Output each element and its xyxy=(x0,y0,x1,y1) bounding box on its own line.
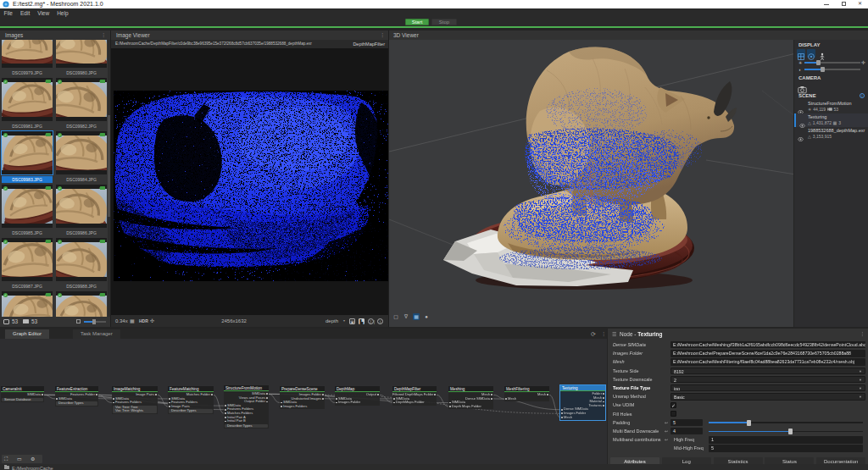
node-meshfiltering[interactable]: MeshFilteringMeshMesh xyxy=(504,386,549,401)
thumbnail-DSC09986.JPG[interactable]: ✓DSC09986.JPG xyxy=(56,185,107,236)
attribute-slider-handle[interactable] xyxy=(747,420,751,426)
start-button[interactable]: Start xyxy=(405,19,429,25)
textured-shading-icon[interactable]: ▦ xyxy=(413,313,420,320)
thumbnail-image[interactable]: ✓ xyxy=(56,78,107,121)
fit-graph-icon[interactable]: ⛶ xyxy=(4,455,8,463)
attribute-select[interactable]: jpg▼ xyxy=(670,384,865,391)
node-depthmap[interactable]: DepthMapOutputSfMDataImages Folder xyxy=(335,386,380,406)
menu-view[interactable]: View xyxy=(34,8,53,18)
sub-attribute-value[interactable]: 5 xyxy=(709,445,863,451)
thumbnail-DSC09988.JPG[interactable]: ✓DSC09988.JPG xyxy=(56,238,107,290)
image-viewer-menu-icon[interactable]: ⋮ xyxy=(380,30,385,40)
tab-statistics[interactable]: Statistics xyxy=(714,457,763,464)
thumbnail-image[interactable]: ✓ xyxy=(2,78,53,121)
depth-map-image[interactable] xyxy=(114,91,389,281)
crop-icon[interactable]: ▣ xyxy=(349,318,355,324)
node-featureextraction[interactable]: FeatureExtractionFeatures FolderSfMDataD… xyxy=(55,386,98,406)
thumbnail-DSC09982.JPG[interactable]: ✓DSC09982.JPG xyxy=(56,78,107,130)
info-icon[interactable]: i xyxy=(377,318,383,324)
attribute-checkbox[interactable]: ✓ xyxy=(670,402,676,408)
graph-refresh-icon[interactable]: ⟳ xyxy=(591,330,596,338)
close-button[interactable]: ✕ xyxy=(857,1,863,7)
pause-icon[interactable]: ❘❘ xyxy=(368,318,374,324)
attribute-checkbox[interactable] xyxy=(670,411,676,417)
attribute-file-value[interactable]: E:/MeshroomCache/Meshing/f38bb1a2f6165ab… xyxy=(670,341,865,348)
tab-status[interactable]: Status xyxy=(765,457,814,464)
divider[interactable] xyxy=(110,30,111,327)
grid-toggle-icon[interactable] xyxy=(797,49,805,58)
attribute-spinbox[interactable]: 5 xyxy=(670,419,703,426)
thumbnail-image[interactable]: ✓ xyxy=(2,131,53,174)
minimap-icon[interactable]: ▭ xyxy=(17,455,22,463)
thumbnail-image[interactable]: ✓ xyxy=(56,131,107,174)
images-panel-menu-icon[interactable]: ⋮ xyxy=(101,30,106,40)
sphere-icon[interactable]: ● xyxy=(423,313,430,320)
attribute-select[interactable]: 8192▼ xyxy=(670,368,865,374)
tab-task-manager[interactable]: Task Manager xyxy=(73,329,120,339)
tab-log[interactable]: Log xyxy=(662,457,711,464)
stop-button[interactable]: Stop xyxy=(431,19,457,25)
node-camerainit[interactable]: CameraInitSfMDataSensor Database xyxy=(1,386,44,402)
tab-attributes[interactable]: Attributes xyxy=(610,457,659,464)
node-structurefrommotion[interactable]: StructureFromMotionSfMDataViews and Pose… xyxy=(224,385,269,429)
camera-scale-slider-handle[interactable] xyxy=(821,67,825,72)
attribute-file-value[interactable]: E:/MeshroomCache/MeshFiltering/f9aef8c04… xyxy=(670,358,865,365)
thumbnail-image[interactable]: ✓ xyxy=(56,185,107,228)
node-graph[interactable]: CameraInitSfMDataSensor DatabaseFeatureE… xyxy=(0,339,607,464)
attribute-select[interactable]: Basic▼ xyxy=(670,393,865,400)
thumbnail-image[interactable]: ✓ xyxy=(2,185,53,228)
reset-attribute-icon[interactable]: ↩ xyxy=(665,418,668,427)
tab-graph-editor[interactable]: Graph Editor xyxy=(5,329,49,339)
solid-shading-icon[interactable]: ∇ xyxy=(403,313,409,320)
attribute-spinbox[interactable]: 4 xyxy=(670,428,703,434)
visibility-eye-icon[interactable] xyxy=(798,130,804,145)
expand-icon[interactable]: ✛ xyxy=(861,59,865,65)
attribute-file-value[interactable]: E:/MeshroomCache/PrepareDenseScene/6cef1… xyxy=(670,350,865,357)
thumbnail-DSC09989.JPG[interactable]: ✓DSC09989.JPG xyxy=(2,291,53,317)
node-imagematching[interactable]: ImageMatchingImage PairsSfMDataFeatures … xyxy=(112,386,158,414)
camera-button[interactable] xyxy=(798,82,807,91)
menu-file[interactable]: File xyxy=(0,8,16,18)
thumbnail-DSC09987.JPG[interactable]: ✓DSC09987.JPG xyxy=(2,238,53,290)
tab-documentation[interactable]: Documentation xyxy=(816,457,865,464)
burger-icon[interactable]: ☰ xyxy=(612,331,616,337)
gizmo-toggle-icon[interactable] xyxy=(807,49,815,58)
node-preparedensescene[interactable]: PrepareDenseSceneImages FolderUndistorte… xyxy=(280,386,325,409)
maximize-button[interactable] xyxy=(842,2,846,6)
thumbnail-DSC09985.JPG[interactable]: ✓DSC09985.JPG xyxy=(2,185,53,236)
sub-attribute-value[interactable]: 1 xyxy=(709,436,863,443)
thumbnail-DSC09979.JPG[interactable]: ✓DSC09979.JPG xyxy=(2,40,53,76)
thumbnail-image[interactable]: ✓ xyxy=(2,291,53,317)
reset-attribute-icon[interactable]: ↩ xyxy=(665,435,668,444)
graph-menu-icon[interactable]: ⋮ xyxy=(601,330,606,338)
thumbnail-size-slider[interactable] xyxy=(84,321,106,323)
node-meshing[interactable]: MeshingMeshDense SfMDataSfMDataDepth Map… xyxy=(448,386,493,409)
thumbnail-image[interactable]: ✓ xyxy=(56,238,107,281)
thumbnail-DSC09984.JPG[interactable]: ✓DSC09984.JPG xyxy=(56,131,107,183)
attribute-select[interactable]: 2▼ xyxy=(670,376,865,383)
thumbnail-DSC09983.JPG[interactable]: ✓DSC09983.JPG xyxy=(2,131,53,183)
node-panel-menu-icon[interactable]: ⋮ xyxy=(860,330,865,336)
attribute-slider-handle[interactable] xyxy=(788,429,793,434)
thumbnail-DSC09980.JPG[interactable]: ✓DSC09980.JPG xyxy=(56,40,107,76)
minimize-button[interactable] xyxy=(824,4,829,5)
channel-select[interactable]: depth xyxy=(326,315,338,327)
node-depthmapfilter[interactable]: DepthMapFilterFiltered DepthMaps FolderS… xyxy=(392,386,437,406)
thumbnail-image[interactable]: ✓ xyxy=(2,238,53,281)
graph-settings-icon[interactable]: ⚙ xyxy=(31,455,35,463)
thumbnail-image[interactable]: ✓ xyxy=(56,291,107,317)
node-texturing[interactable]: TexturingFolderMeshMaterialTexturesDense… xyxy=(560,385,605,420)
thumbnail-size-slider-handle[interactable] xyxy=(92,319,96,324)
locator-toggle-icon[interactable] xyxy=(818,49,826,58)
menu-help[interactable]: Help xyxy=(53,8,72,18)
thumbnail-DSC09990.JPG[interactable]: ✓DSC09990.JPG xyxy=(56,291,107,317)
thumbnail-DSC09981.JPG[interactable]: ✓DSC09981.JPG xyxy=(2,78,53,130)
scene-item-3[interactable]: 1988532688_depthMap.exr△3,153,915 xyxy=(794,127,868,141)
point-size-slider-handle[interactable] xyxy=(816,60,821,65)
menu-edit[interactable]: Edit xyxy=(16,8,33,18)
thumbnail-image[interactable]: ✓ xyxy=(2,40,53,68)
wireframe-icon[interactable]: ▢ xyxy=(392,313,399,320)
scene-item-2[interactable]: Texturing△1,431,872 ▦3 xyxy=(794,113,868,127)
scene-item-1[interactable]: StructureFromMotion✳44,119 53 xyxy=(794,100,868,113)
node-featurematching[interactable]: FeatureMatchingMatches FolderSfMDataFeat… xyxy=(168,386,214,414)
